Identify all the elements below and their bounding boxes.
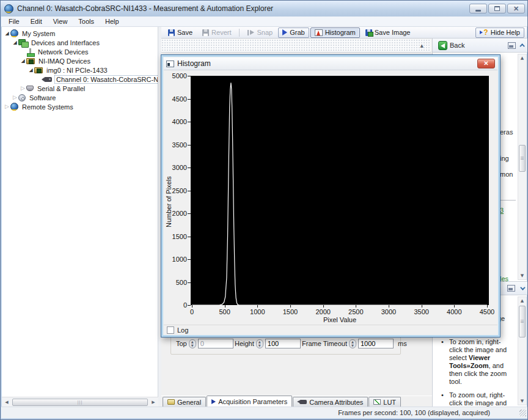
frames-per-second-status: Frames per second: 100, 100 (displayed, …	[338, 409, 490, 416]
tab-label: General	[177, 399, 201, 406]
top-spinner[interactable]: ▲▼	[189, 339, 196, 348]
tree-item-serial-parallel[interactable]: ▷ Serial & Parallel	[2, 84, 158, 93]
dialog-close-button[interactable]: ✕	[477, 59, 495, 68]
menu-help[interactable]: Help	[100, 17, 125, 26]
scroll-up-icon[interactable]: ▲	[518, 54, 526, 62]
scrollbar-thumb[interactable]: ☰	[519, 306, 526, 337]
tab-lut[interactable]: LUT	[369, 397, 401, 407]
save-button[interactable]: Save	[164, 28, 197, 38]
histogram-button[interactable]: Histogram	[310, 28, 360, 38]
tree-item-my-system[interactable]: ◢ My System	[2, 29, 158, 38]
maximize-button[interactable]	[488, 4, 506, 13]
tree-item-label: Remote Systems	[21, 103, 75, 111]
expand-help-icon[interactable]	[520, 285, 525, 290]
x-tick-label: 0	[180, 308, 204, 315]
frame-timeout-spinner[interactable]: ▲▼	[349, 339, 356, 348]
x-tick-label: 3500	[409, 308, 434, 315]
help-lower-scrollbar[interactable]: ▲ ☰ ▼	[518, 297, 527, 405]
menu-bar: File Edit View Tools Help	[1, 17, 528, 27]
minimize-button[interactable]	[469, 4, 487, 13]
menu-tools[interactable]: Tools	[73, 17, 100, 26]
back-button[interactable]: Back	[435, 40, 468, 51]
frame-timeout-input[interactable]	[358, 339, 394, 348]
acquisition-tab-icon	[211, 399, 216, 404]
tree-item-software[interactable]: ▷ Software	[2, 93, 158, 102]
camera-tab-icon	[299, 400, 307, 404]
tab-label: Camera Attributes	[309, 399, 363, 406]
log-checkbox[interactable]	[167, 326, 174, 334]
y-tick-mark	[188, 237, 191, 237]
y-tick-label: 2000	[161, 210, 187, 217]
tab-general[interactable]: General	[163, 397, 206, 407]
height-input[interactable]	[265, 339, 301, 348]
dialog-titlebar[interactable]: Histogram ✕	[164, 57, 497, 70]
tab-bar: General Acquisition Parameters Camera At…	[161, 396, 432, 407]
help-upper-scrollbar[interactable]: ▲ ☰ ▼	[518, 54, 527, 280]
snap-icon	[248, 30, 254, 35]
help-question-icon: ?	[480, 28, 488, 37]
tab-camera-attributes[interactable]: Camera Attributes	[293, 397, 368, 407]
collapsed-attribute-strip[interactable]: ▲	[161, 39, 431, 53]
close-button[interactable]: ✕	[507, 4, 525, 13]
collapsed-icon[interactable]: ▷	[4, 102, 10, 111]
expanded-icon[interactable]: ◢	[12, 38, 18, 47]
collapse-up-icon[interactable]: ▲	[420, 43, 424, 48]
tree-item-network-devices[interactable]: Network Devices	[2, 47, 158, 56]
save-label: Save	[177, 29, 193, 36]
height-spinner[interactable]: ▲▼	[256, 339, 263, 348]
expanded-icon[interactable]: ◢	[20, 56, 26, 65]
tree-item-label: img0 : NI PCIe-1433	[45, 67, 109, 74]
histogram-dialog: Histogram ✕ Number of Pixels 05001000150…	[161, 54, 501, 337]
snap-button[interactable]: Snap	[243, 28, 277, 38]
tree-item-devices-and-interfaces[interactable]: ◢ Devices and Interfaces	[2, 38, 158, 47]
scrollbar-thumb[interactable]: ☰	[519, 145, 526, 172]
grab-button[interactable]: Grab	[278, 28, 309, 38]
grab-label: Grab	[290, 29, 304, 36]
scroll-down-icon[interactable]: ▼	[518, 397, 526, 405]
scrollbar-thumb[interactable]: |||	[12, 399, 148, 406]
scroll-left-icon[interactable]: ◀	[2, 398, 12, 407]
hide-help-button[interactable]: ? Hide Help	[475, 28, 524, 38]
collapsed-icon[interactable]: ▷	[12, 93, 18, 102]
status-bar: Frames per second: 100, 100 (displayed, …	[1, 407, 528, 418]
tree-item-img0[interactable]: ◢ img0 : NI PCIe-1433	[2, 65, 158, 75]
resize-grip[interactable]	[519, 410, 526, 416]
frame-timeout-unit: ms	[398, 340, 407, 347]
log-checkbox-label: Log	[177, 326, 188, 334]
height-label: Height	[235, 340, 254, 347]
help-text-fragment: mon	[500, 171, 513, 178]
dialog-title: Histogram	[177, 59, 211, 68]
revert-button[interactable]: Revert	[198, 28, 235, 38]
scroll-right-icon[interactable]: ▶	[148, 398, 158, 407]
help-window-icon[interactable]	[508, 42, 516, 49]
titlebar[interactable]: Channel 0: Wasatch-CobraSRC-NI1433 - Mea…	[1, 1, 528, 17]
y-tick-label: 500	[161, 279, 187, 286]
y-tick-mark	[188, 213, 191, 214]
help-window-icon[interactable]	[507, 285, 515, 292]
collapsed-icon[interactable]: ▷	[20, 84, 26, 93]
scroll-up-icon[interactable]: ▲	[518, 297, 526, 304]
collapse-help-icon[interactable]	[519, 43, 524, 48]
tree-item-ni-imaq-devices[interactable]: ◢ NI-IMAQ Devices	[2, 56, 158, 65]
frame-timeout-label: Frame Timeout	[302, 340, 347, 347]
bullet-text: To zoom out, right-click the image and s…	[449, 391, 507, 407]
expanded-icon[interactable]: ◢	[28, 65, 34, 75]
scroll-down-icon[interactable]: ▼	[518, 272, 526, 279]
help-link-fragment[interactable]: les	[500, 275, 508, 281]
frame-timeout-field: Frame Timeout ▲▼ ms	[302, 339, 407, 348]
menu-file[interactable]: File	[3, 17, 25, 26]
tab-acquisition-parameters[interactable]: Acquisition Parameters	[207, 396, 292, 407]
menu-view[interactable]: View	[48, 17, 73, 26]
tree-item-channel0[interactable]: Channel 0: Wasatch-CobraSRC-NI1433	[2, 75, 158, 84]
y-tick-mark	[188, 76, 191, 76]
expanded-icon[interactable]: ◢	[4, 29, 10, 38]
log-option-row: Log	[164, 325, 497, 335]
menu-edit[interactable]: Edit	[25, 17, 48, 26]
x-tick-mark	[257, 305, 258, 308]
tree-item-label: Channel 0: Wasatch-CobraSRC-NI1433	[54, 75, 158, 84]
tree-horizontal-scrollbar[interactable]: ◀ ||| ▶	[2, 397, 158, 407]
top-input[interactable]	[198, 339, 233, 348]
tree-item-remote-systems[interactable]: ▷ Remote Systems	[2, 102, 158, 111]
save-image-button[interactable]: Save Image	[361, 28, 415, 38]
y-tick-label: 3000	[161, 164, 187, 171]
